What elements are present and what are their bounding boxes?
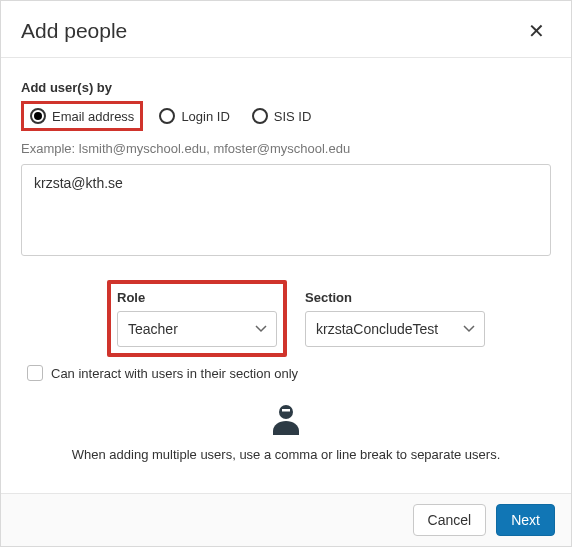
radio-email-input[interactable] xyxy=(30,108,46,124)
role-highlight: Role Teacher xyxy=(107,280,287,357)
section-only-checkbox-row[interactable]: Can interact with users in their section… xyxy=(21,365,551,381)
close-button[interactable]: ✕ xyxy=(522,15,551,47)
section-label: Section xyxy=(305,290,485,305)
close-icon: ✕ xyxy=(528,20,545,42)
section-select-wrap: krzstaConcludeTest xyxy=(305,311,485,347)
modal-body: Add user(s) by Email address Login ID SI… xyxy=(1,58,571,493)
radio-login[interactable]: Login ID xyxy=(153,104,235,128)
example-text: Example: lsmith@myschool.edu, mfoster@my… xyxy=(21,141,551,156)
radio-email-highlight: Email address xyxy=(21,101,143,131)
radio-login-input[interactable] xyxy=(159,108,175,124)
users-textarea[interactable] xyxy=(21,164,551,256)
role-label: Role xyxy=(117,290,277,305)
section-field: Section krzstaConcludeTest xyxy=(305,290,485,347)
role-select-value: Teacher xyxy=(128,321,178,337)
add-people-modal: Add people ✕ Add user(s) by Email addres… xyxy=(0,0,572,547)
role-select[interactable]: Teacher xyxy=(117,311,277,347)
info-text: When adding multiple users, use a comma … xyxy=(21,447,551,462)
radio-email[interactable]: Email address xyxy=(24,104,140,128)
add-by-radio-group: Email address Login ID SIS ID xyxy=(21,101,551,131)
section-only-label: Can interact with users in their section… xyxy=(51,366,298,381)
radio-sis-label: SIS ID xyxy=(274,109,312,124)
modal-header: Add people ✕ xyxy=(1,1,571,58)
section-select-value: krzstaConcludeTest xyxy=(316,321,438,337)
role-section-row: Role Teacher Section krzstaConcludeTest xyxy=(21,290,551,347)
radio-sis[interactable]: SIS ID xyxy=(246,104,318,128)
person-icon xyxy=(271,403,301,439)
add-by-label: Add user(s) by xyxy=(21,80,551,95)
next-button[interactable]: Next xyxy=(496,504,555,536)
role-field: Role Teacher xyxy=(117,290,277,347)
role-select-wrap: Teacher xyxy=(117,311,277,347)
info-block: When adding multiple users, use a comma … xyxy=(21,403,551,462)
radio-login-label: Login ID xyxy=(181,109,229,124)
radio-email-label: Email address xyxy=(52,109,134,124)
radio-sis-input[interactable] xyxy=(252,108,268,124)
section-select[interactable]: krzstaConcludeTest xyxy=(305,311,485,347)
modal-title: Add people xyxy=(21,19,127,43)
section-only-checkbox[interactable] xyxy=(27,365,43,381)
cancel-button[interactable]: Cancel xyxy=(413,504,487,536)
svg-rect-1 xyxy=(282,409,290,412)
svg-point-0 xyxy=(279,405,293,419)
modal-footer: Cancel Next xyxy=(1,493,571,546)
